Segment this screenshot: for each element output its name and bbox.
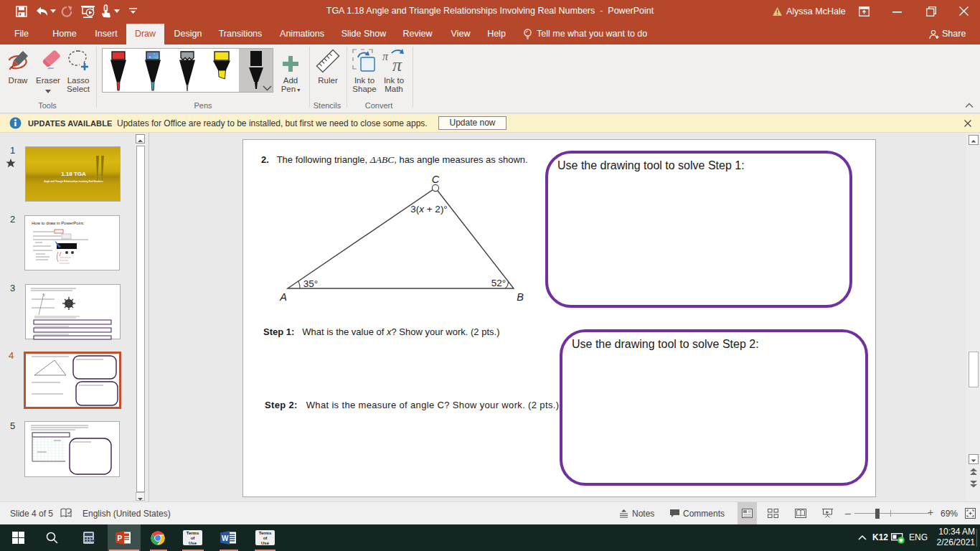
- svg-text:W: W: [222, 534, 229, 542]
- svg-text:C: C: [432, 174, 440, 185]
- svg-text:B: B: [517, 291, 524, 303]
- svg-text:35°: 35°: [303, 278, 318, 289]
- svg-text:π: π: [382, 50, 389, 62]
- svg-text:A: A: [279, 291, 287, 303]
- svg-text:3(x + 2)°: 3(x + 2)°: [410, 204, 448, 215]
- svg-text:P: P: [118, 534, 123, 542]
- svg-text:52°: 52°: [491, 278, 506, 288]
- svg-text:π: π: [392, 55, 402, 73]
